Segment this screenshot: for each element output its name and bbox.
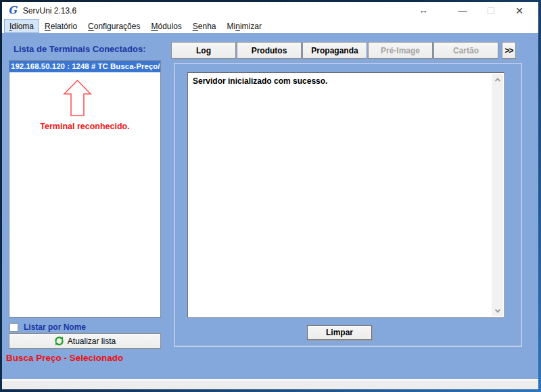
- menu-item-minimizar[interactable]: Minimizar: [222, 19, 267, 33]
- red-up-arrow-icon: [63, 80, 92, 117]
- minimize-icon[interactable]: —: [451, 2, 474, 19]
- list-by-name-row: Listar por Nome: [9, 322, 86, 332]
- title-bar: G ServUni 2.13.6 ↔ — ✕: [2, 2, 538, 19]
- terminal-list-title: Lista de Terminais Conectados:: [14, 44, 146, 54]
- menu-bar: Idioma Relatório Configurações Módulos S…: [2, 19, 538, 33]
- status-bar: [2, 379, 538, 389]
- log-panel: Servidor inicializado com sucesso. Limpa…: [174, 63, 522, 347]
- terminal-list-item-selected[interactable]: 192.168.50.120 : 1248 # TC Busca-Preço/: [9, 61, 160, 72]
- list-by-name-label: Listar por Nome: [24, 322, 86, 332]
- window-title: ServUni 2.13.6: [23, 6, 76, 16]
- maximize-box: [488, 7, 494, 14]
- tab-produtos[interactable]: Produtos: [237, 42, 302, 59]
- log-textarea[interactable]: Servidor inicializado com sucesso.: [187, 72, 504, 318]
- app-window: G ServUni 2.13.6 ↔ — ✕ Idioma Relatório …: [0, 0, 541, 392]
- window-inner: G ServUni 2.13.6 ↔ — ✕ Idioma Relatório …: [2, 2, 538, 389]
- maximize-icon: [479, 2, 502, 19]
- menu-item-idioma[interactable]: Idioma: [4, 19, 39, 33]
- terminal-annotation: Terminal reconhecido.: [9, 122, 160, 131]
- menu-item-senha[interactable]: Senha: [187, 19, 222, 33]
- tab-log[interactable]: Log: [171, 42, 236, 59]
- selection-status-text: Busca Preço - Selecionado: [6, 353, 123, 363]
- terminal-listbox[interactable]: 192.168.50.120 : 1248 # TC Busca-Preço/ …: [9, 60, 161, 318]
- tab-button-row: Log Produtos Propaganda Pré-Image Cartão…: [171, 42, 516, 59]
- resize-arrows-icon[interactable]: ↔: [412, 2, 435, 19]
- app-icon: G: [8, 5, 17, 16]
- tab-pre-image: Pré-Image: [368, 42, 433, 59]
- menu-item-configuracoes[interactable]: Configurações: [83, 19, 145, 33]
- refresh-icon: [54, 336, 64, 346]
- menu-item-modulos[interactable]: Módulos: [145, 19, 187, 33]
- tab-cartao: Cartão: [433, 42, 498, 59]
- refresh-list-button[interactable]: Atualizar lista: [9, 333, 161, 349]
- list-by-name-checkbox[interactable]: [9, 323, 18, 332]
- clear-log-button[interactable]: Limpar: [307, 325, 372, 340]
- more-tabs-button[interactable]: >>: [502, 42, 516, 59]
- log-text: Servidor inicializado com sucesso.: [193, 76, 489, 86]
- tab-propaganda[interactable]: Propaganda: [302, 42, 367, 59]
- scroll-up-icon[interactable]: [492, 74, 503, 85]
- scroll-down-icon[interactable]: [492, 305, 503, 316]
- refresh-button-label: Atualizar lista: [68, 337, 116, 346]
- client-area: Lista de Terminais Conectados: 192.168.5…: [2, 33, 538, 389]
- close-icon[interactable]: ✕: [508, 2, 531, 19]
- menu-item-relatorio[interactable]: Relatório: [39, 19, 83, 33]
- log-scrollbar[interactable]: [492, 74, 503, 316]
